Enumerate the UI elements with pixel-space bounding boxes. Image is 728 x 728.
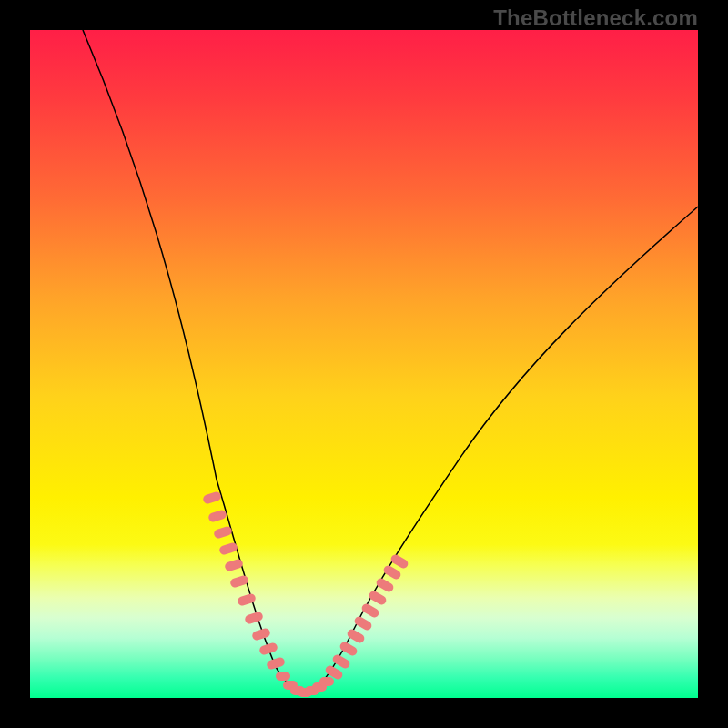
marker-pill: [213, 525, 233, 540]
marker-pill: [319, 677, 334, 686]
marker-pill: [368, 590, 388, 607]
marker-dot: [225, 545, 232, 552]
marker-dot: [236, 578, 243, 585]
marker-pill: [353, 615, 373, 632]
marker-group: [202, 490, 410, 697]
marker-dot: [367, 607, 374, 614]
marker-dot: [352, 632, 359, 640]
bottleneck-curve: [83, 30, 698, 693]
marker-pill: [276, 672, 290, 681]
marker-pill: [224, 558, 244, 572]
marker-dot: [381, 581, 389, 589]
marker-dot: [250, 614, 258, 622]
attribution-text: TheBottleneck.com: [493, 5, 698, 31]
marker-dot: [338, 658, 345, 665]
curve-layer: [30, 30, 698, 698]
marker-pill: [266, 656, 286, 671]
marker-dot: [214, 512, 221, 520]
marker-pill: [202, 490, 222, 505]
marker-dot: [265, 645, 272, 652]
marker-dot: [396, 558, 403, 565]
chart-area: [30, 30, 698, 698]
marker-pill: [339, 641, 359, 658]
